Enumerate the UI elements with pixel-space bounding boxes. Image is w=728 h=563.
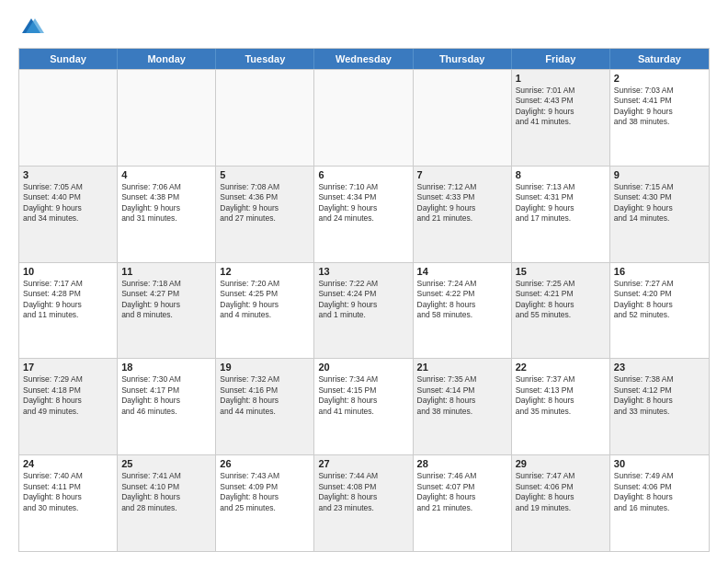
day-number: 15 xyxy=(516,266,606,277)
calendar-cell: 16Sunrise: 7:27 AM Sunset: 4:20 PM Dayli… xyxy=(610,263,709,359)
day-info: Sunrise: 7:17 AM Sunset: 4:28 PM Dayligh… xyxy=(23,279,113,321)
day-number: 23 xyxy=(614,362,705,373)
day-info: Sunrise: 7:22 AM Sunset: 4:24 PM Dayligh… xyxy=(318,279,408,321)
calendar-cell xyxy=(414,70,512,166)
calendar-cell: 5Sunrise: 7:08 AM Sunset: 4:36 PM Daylig… xyxy=(216,167,314,262)
day-number: 22 xyxy=(516,362,606,373)
day-info: Sunrise: 7:24 AM Sunset: 4:22 PM Dayligh… xyxy=(417,279,507,321)
day-of-week-header: Sunday xyxy=(19,49,118,69)
calendar-cell: 2Sunrise: 7:03 AM Sunset: 4:41 PM Daylig… xyxy=(610,70,709,166)
day-info: Sunrise: 7:30 AM Sunset: 4:17 PM Dayligh… xyxy=(121,374,211,417)
day-info: Sunrise: 7:10 AM Sunset: 4:34 PM Dayligh… xyxy=(318,182,408,224)
day-info: Sunrise: 7:34 AM Sunset: 4:15 PM Dayligh… xyxy=(318,374,408,417)
day-number: 21 xyxy=(417,362,507,373)
calendar-cell: 4Sunrise: 7:06 AM Sunset: 4:38 PM Daylig… xyxy=(118,167,216,262)
calendar-cell: 23Sunrise: 7:38 AM Sunset: 4:12 PM Dayli… xyxy=(610,359,709,454)
day-number: 10 xyxy=(23,266,113,277)
calendar-cell: 6Sunrise: 7:10 AM Sunset: 4:34 PM Daylig… xyxy=(314,167,413,262)
page: SundayMondayTuesdayWednesdayThursdayFrid… xyxy=(0,0,728,563)
day-number: 27 xyxy=(318,458,408,469)
logo-icon xyxy=(18,15,44,40)
calendar-cell: 25Sunrise: 7:41 AM Sunset: 4:10 PM Dayli… xyxy=(118,455,216,551)
day-number: 3 xyxy=(23,169,113,180)
day-number: 13 xyxy=(318,266,408,277)
day-info: Sunrise: 7:29 AM Sunset: 4:18 PM Dayligh… xyxy=(23,374,113,417)
day-info: Sunrise: 7:05 AM Sunset: 4:40 PM Dayligh… xyxy=(23,182,113,224)
day-number: 5 xyxy=(220,169,310,180)
day-info: Sunrise: 7:35 AM Sunset: 4:14 PM Dayligh… xyxy=(417,374,507,417)
day-info: Sunrise: 7:40 AM Sunset: 4:11 PM Dayligh… xyxy=(23,471,113,513)
calendar-cell: 7Sunrise: 7:12 AM Sunset: 4:33 PM Daylig… xyxy=(414,167,512,262)
calendar-cell: 12Sunrise: 7:20 AM Sunset: 4:25 PM Dayli… xyxy=(216,263,314,359)
day-number: 29 xyxy=(516,458,606,469)
day-info: Sunrise: 7:49 AM Sunset: 4:06 PM Dayligh… xyxy=(614,471,705,513)
calendar-cell: 11Sunrise: 7:18 AM Sunset: 4:27 PM Dayli… xyxy=(118,263,216,359)
calendar-cell: 8Sunrise: 7:13 AM Sunset: 4:31 PM Daylig… xyxy=(512,167,610,262)
day-number: 14 xyxy=(417,266,507,277)
calendar-body: 1Sunrise: 7:01 AM Sunset: 4:43 PM Daylig… xyxy=(19,69,709,551)
day-of-week-header: Tuesday xyxy=(216,49,314,69)
calendar-cell: 28Sunrise: 7:46 AM Sunset: 4:07 PM Dayli… xyxy=(414,455,512,551)
calendar-cell: 29Sunrise: 7:47 AM Sunset: 4:06 PM Dayli… xyxy=(512,455,610,551)
day-of-week-header: Saturday xyxy=(610,49,709,69)
calendar-cell: 9Sunrise: 7:15 AM Sunset: 4:30 PM Daylig… xyxy=(610,167,709,262)
day-info: Sunrise: 7:12 AM Sunset: 4:33 PM Dayligh… xyxy=(417,182,507,224)
calendar-cell: 1Sunrise: 7:01 AM Sunset: 4:43 PM Daylig… xyxy=(512,70,610,166)
day-number: 12 xyxy=(220,266,310,277)
day-number: 2 xyxy=(614,73,705,84)
calendar-cell xyxy=(118,70,216,166)
calendar-cell: 14Sunrise: 7:24 AM Sunset: 4:22 PM Dayli… xyxy=(414,263,512,359)
day-of-week-header: Monday xyxy=(118,49,216,69)
calendar: SundayMondayTuesdayWednesdayThursdayFrid… xyxy=(18,48,710,552)
day-info: Sunrise: 7:06 AM Sunset: 4:38 PM Dayligh… xyxy=(121,182,211,224)
calendar-cell: 21Sunrise: 7:35 AM Sunset: 4:14 PM Dayli… xyxy=(414,359,512,454)
calendar-cell: 20Sunrise: 7:34 AM Sunset: 4:15 PM Dayli… xyxy=(314,359,413,454)
calendar-cell: 10Sunrise: 7:17 AM Sunset: 4:28 PM Dayli… xyxy=(19,263,118,359)
calendar-row: 1Sunrise: 7:01 AM Sunset: 4:43 PM Daylig… xyxy=(19,69,709,166)
day-number: 19 xyxy=(220,362,310,373)
calendar-row: 10Sunrise: 7:17 AM Sunset: 4:28 PM Dayli… xyxy=(19,262,709,359)
day-info: Sunrise: 7:41 AM Sunset: 4:10 PM Dayligh… xyxy=(121,471,211,513)
calendar-cell xyxy=(314,70,413,166)
day-info: Sunrise: 7:47 AM Sunset: 4:06 PM Dayligh… xyxy=(516,471,606,513)
day-info: Sunrise: 7:38 AM Sunset: 4:12 PM Dayligh… xyxy=(614,374,705,417)
day-number: 20 xyxy=(318,362,408,373)
calendar-cell xyxy=(19,70,118,166)
day-number: 7 xyxy=(417,169,507,180)
day-number: 18 xyxy=(121,362,211,373)
day-info: Sunrise: 7:03 AM Sunset: 4:41 PM Dayligh… xyxy=(614,86,705,128)
day-of-week-header: Thursday xyxy=(414,49,512,69)
calendar-row: 17Sunrise: 7:29 AM Sunset: 4:18 PM Dayli… xyxy=(19,358,709,454)
day-info: Sunrise: 7:32 AM Sunset: 4:16 PM Dayligh… xyxy=(220,374,310,417)
day-number: 26 xyxy=(220,458,310,469)
calendar-row: 3Sunrise: 7:05 AM Sunset: 4:40 PM Daylig… xyxy=(19,166,709,262)
calendar-cell: 30Sunrise: 7:49 AM Sunset: 4:06 PM Dayli… xyxy=(610,455,709,551)
day-number: 25 xyxy=(121,458,211,469)
day-of-week-header: Wednesday xyxy=(314,49,413,69)
day-info: Sunrise: 7:18 AM Sunset: 4:27 PM Dayligh… xyxy=(121,279,211,321)
header xyxy=(18,15,710,40)
day-number: 17 xyxy=(23,362,113,373)
day-number: 8 xyxy=(516,169,606,180)
logo xyxy=(18,15,48,40)
day-number: 6 xyxy=(318,169,408,180)
day-number: 16 xyxy=(614,266,705,277)
day-of-week-header: Friday xyxy=(512,49,610,69)
calendar-cell: 26Sunrise: 7:43 AM Sunset: 4:09 PM Dayli… xyxy=(216,455,314,551)
day-number: 24 xyxy=(23,458,113,469)
calendar-cell: 24Sunrise: 7:40 AM Sunset: 4:11 PM Dayli… xyxy=(19,455,118,551)
calendar-cell: 18Sunrise: 7:30 AM Sunset: 4:17 PM Dayli… xyxy=(118,359,216,454)
calendar-cell xyxy=(216,70,314,166)
calendar-cell: 27Sunrise: 7:44 AM Sunset: 4:08 PM Dayli… xyxy=(314,455,413,551)
calendar-cell: 13Sunrise: 7:22 AM Sunset: 4:24 PM Dayli… xyxy=(314,263,413,359)
day-info: Sunrise: 7:15 AM Sunset: 4:30 PM Dayligh… xyxy=(614,182,705,224)
day-info: Sunrise: 7:37 AM Sunset: 4:13 PM Dayligh… xyxy=(516,374,606,417)
calendar-cell: 19Sunrise: 7:32 AM Sunset: 4:16 PM Dayli… xyxy=(216,359,314,454)
calendar-cell: 3Sunrise: 7:05 AM Sunset: 4:40 PM Daylig… xyxy=(19,167,118,262)
day-number: 4 xyxy=(121,169,211,180)
day-number: 11 xyxy=(121,266,211,277)
day-info: Sunrise: 7:43 AM Sunset: 4:09 PM Dayligh… xyxy=(220,471,310,513)
calendar-header: SundayMondayTuesdayWednesdayThursdayFrid… xyxy=(19,49,709,69)
day-info: Sunrise: 7:25 AM Sunset: 4:21 PM Dayligh… xyxy=(516,279,606,321)
day-info: Sunrise: 7:44 AM Sunset: 4:08 PM Dayligh… xyxy=(318,471,408,513)
